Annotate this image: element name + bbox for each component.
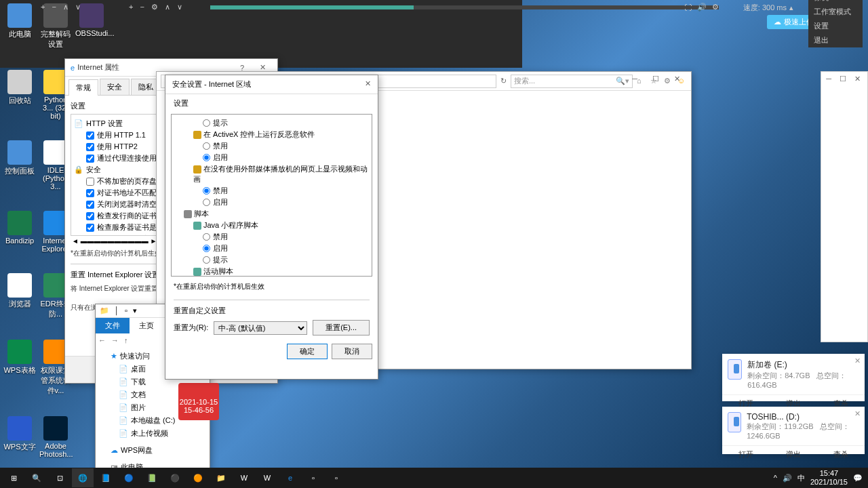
down-button[interactable]: ∨ [177, 3, 182, 12]
desktop-icon[interactable]: 此电脑 [3, 3, 36, 49]
desktop-icon[interactable]: 控制面板 [3, 140, 36, 190]
desktop-icon[interactable]: WPS表格 [3, 340, 36, 396]
search-box[interactable]: 搜索...🔍▾ [511, 75, 633, 88]
forward-button[interactable]: → [111, 336, 119, 344]
audio-slider[interactable] [210, 5, 719, 9]
thumb-date: 2021-10-15 [178, 398, 219, 406]
down-button[interactable]: ∨ [75, 3, 81, 12]
ribbon-tab[interactable]: 文件 [96, 318, 130, 333]
add-button[interactable]: + [129, 3, 133, 12]
security-settings-list[interactable]: 提示在 ActiveX 控件上运行反恶意软件禁用启用在没有使用外部媒体播放机的网… [171, 114, 372, 277]
app-icon[interactable]: 📗 [141, 468, 163, 487]
obs-recording-thumb[interactable]: 2021-10-15 15-46-56 [178, 383, 219, 420]
close-button[interactable]: ✕ [365, 79, 371, 89]
reset-button[interactable]: 重置(E)... [313, 320, 370, 336]
notification-icon[interactable]: 💬 [853, 474, 863, 483]
chrome-icon[interactable]: 🌐 [72, 468, 94, 487]
ribbon-tab[interactable]: 主页 [130, 318, 163, 333]
setting-group: 活动脚本 [174, 266, 369, 277]
up-button[interactable]: ∧ [165, 3, 170, 12]
usb-notification-e: ✕ 新加卷 (E:) 剩余空间：84.7GB 总空间：616.4GB 打开弹出查… [722, 354, 865, 401]
restart-note: *在重新启动你的计算机后生效 [165, 282, 378, 291]
obs-menu-item[interactable]: 启动虚拟摄像机 [808, 0, 863, 5]
right-side-window: ─ ☐ ✕ [821, 71, 868, 342]
tree-node[interactable]: 📄未上传视频 [101, 427, 204, 440]
up-button[interactable]: ↑ [124, 336, 128, 344]
desktop-icon[interactable]: Adobe Photosh... [39, 416, 72, 458]
thumb-time: 15-46-56 [178, 406, 219, 414]
obs-menu-item[interactable]: 工作室模式 [808, 5, 863, 19]
desktop-icon[interactable]: 回收站 [3, 70, 36, 120]
reset-level-select[interactable]: 中-高 (默认值) [214, 321, 307, 335]
desktop-icon[interactable]: 浏览器 [3, 273, 36, 319]
usb-drive-icon [728, 359, 742, 380]
radio-option[interactable]: 禁用 [174, 231, 369, 243]
task-view-button[interactable]: ⊡ [49, 468, 71, 487]
dialog-title: 安全设置 - Internet 区域 [172, 79, 251, 89]
obs-menu-item[interactable]: 设置 [808, 19, 863, 33]
desktop-icon[interactable]: WPS文字 [3, 416, 36, 458]
app-icon[interactable]: 📘 [95, 468, 117, 487]
refresh-icon[interactable]: ↻ [500, 77, 507, 85]
app-icon[interactable]: 🟠 [187, 468, 209, 487]
back-button[interactable]: ← [98, 336, 106, 344]
close-button[interactable]: ✕ [850, 73, 865, 85]
remove-button[interactable]: − [140, 3, 144, 12]
tray-icon[interactable]: 🔊 [783, 474, 792, 483]
tab-安全[interactable]: 安全 [100, 79, 130, 95]
app-icon[interactable]: 🔵 [118, 468, 140, 487]
app-icon[interactable]: ▫ [326, 468, 347, 487]
maximize-button[interactable]: ☐ [646, 72, 666, 86]
ie-icon[interactable]: e [279, 468, 301, 487]
search-button[interactable]: 🔍 [26, 468, 47, 487]
setting-group: 在没有使用外部媒体播放机的网页上显示视频和动画 [174, 163, 369, 185]
radio-option[interactable]: 提示 [174, 117, 369, 129]
gear-icon[interactable]: ⚙ [151, 3, 158, 12]
up-button[interactable]: ∧ [63, 3, 68, 12]
ok-button[interactable]: 确定 [287, 344, 328, 359]
close-button[interactable]: ✕ [667, 72, 687, 86]
spinner-up[interactable]: ▴ [789, 3, 793, 12]
props-icon[interactable]: ▫ [125, 306, 127, 315]
fullscreen-icon[interactable]: ⛶ [684, 3, 692, 12]
drive-name: TOSHIB... (D:) [747, 412, 859, 422]
cloud-icon: ☁ [774, 18, 781, 26]
clock[interactable]: 15:47 2021/10/15 [810, 469, 848, 487]
close-icon[interactable]: ✕ [854, 357, 861, 365]
taskbar: ⊞ 🔍 ⊡ 🌐 📘 🔵 📗 ⚫ 🟠 📁 W W e ▫ ▫ ^ 🔊 中 15:4… [0, 468, 868, 488]
start-button[interactable]: ⊞ [3, 468, 24, 487]
radio-option[interactable]: 启用 [174, 243, 369, 254]
explorer-icon[interactable]: 📁 [210, 468, 232, 487]
usb-action[interactable]: 弹出 [770, 446, 817, 463]
cancel-button[interactable]: 取消 [332, 344, 372, 359]
obs-menu-item[interactable]: 退出 [808, 33, 863, 47]
close-icon[interactable]: ✕ [854, 409, 861, 418]
ime-indicator[interactable]: 中 [797, 473, 805, 483]
remove-button[interactable]: − [52, 3, 56, 12]
radio-option[interactable]: 禁用 [174, 140, 369, 152]
desktop-icon[interactable]: Bandizip [3, 211, 36, 253]
usb-action[interactable]: 查杀 [817, 446, 865, 463]
usb-action[interactable]: 打开 [722, 446, 770, 463]
app-icon[interactable]: ▫ [302, 468, 324, 487]
wps-drive-node[interactable]: ☁WPS网盘 [101, 444, 204, 457]
dialog-buttons: 确定 取消 [165, 338, 378, 365]
wps-icon[interactable]: W [256, 468, 278, 487]
minimize-button[interactable]: ─ [625, 72, 644, 86]
radio-option[interactable]: 提示 [174, 254, 369, 266]
gear-icon[interactable]: ⚙ [712, 3, 719, 12]
mixer-controls: + − ⚙ ∧ ∨ [129, 3, 182, 12]
add-button[interactable]: + [41, 3, 45, 12]
dialog-titlebar: 安全设置 - Internet 区域 ✕ [165, 75, 378, 94]
tab-常规[interactable]: 常规 [68, 79, 98, 96]
wps-icon[interactable]: W [233, 468, 255, 487]
obs-icon[interactable]: ⚫ [164, 468, 186, 487]
minimize-button[interactable]: ─ [822, 73, 835, 85]
radio-option[interactable]: 启用 [174, 197, 369, 208]
ie-icon: e [71, 64, 75, 72]
speaker-icon[interactable]: 🔊 [697, 3, 707, 12]
radio-option[interactable]: 禁用 [174, 185, 369, 197]
radio-option[interactable]: 启用 [174, 152, 369, 163]
tray-up-icon[interactable]: ^ [774, 474, 777, 482]
maximize-button[interactable]: ☐ [835, 73, 850, 85]
